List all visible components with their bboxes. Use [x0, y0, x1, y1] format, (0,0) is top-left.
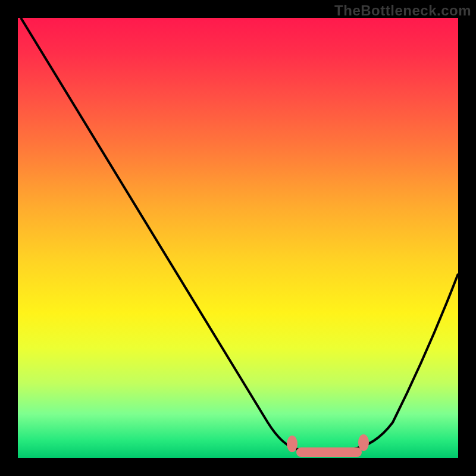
optimal-range-start-marker	[287, 436, 298, 452]
curve-path	[21, 18, 458, 449]
plot-area	[18, 18, 458, 458]
optimal-range-end-marker	[358, 434, 369, 451]
watermark-text: TheBottleneck.com	[334, 2, 471, 19]
chart-frame: TheBottleneck.com	[0, 0, 476, 476]
optimal-range-band	[296, 447, 362, 457]
bottleneck-curve	[18, 18, 458, 458]
